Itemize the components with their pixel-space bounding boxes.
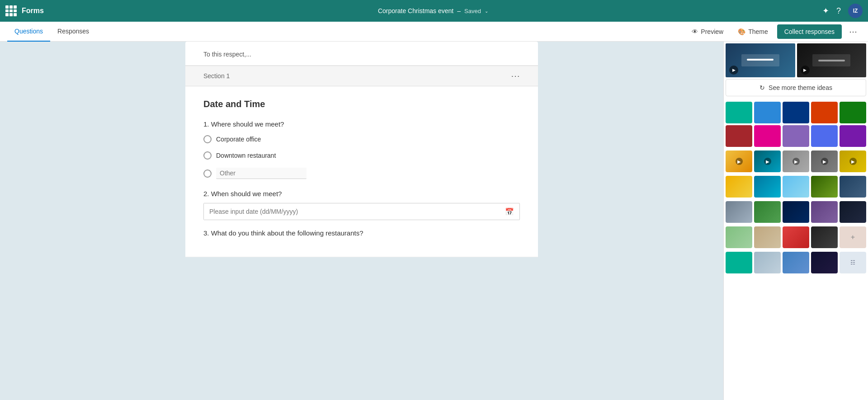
play-icon-t3: ▶ bbox=[793, 158, 800, 165]
radio-other[interactable] bbox=[203, 169, 212, 178]
tab-questions[interactable]: Questions bbox=[7, 22, 50, 42]
theme-tile-darknight[interactable] bbox=[811, 252, 838, 273]
sub-nav: Questions Responses 👁 Preview 🎨 Theme Co… bbox=[0, 22, 868, 42]
saved-status: Saved bbox=[464, 8, 481, 14]
play-icon-t5: ▶ bbox=[849, 158, 857, 165]
theme-icon: 🎨 bbox=[738, 28, 745, 35]
play-icon-t2: ▶ bbox=[764, 158, 771, 165]
theme-tile-abstract[interactable] bbox=[811, 226, 838, 248]
form-container: To this respect,... Section 1 ⋯ Date and… bbox=[185, 42, 538, 257]
theme-tile-teal2[interactable] bbox=[754, 176, 781, 198]
theme-tile-sky[interactable] bbox=[783, 176, 809, 198]
collect-responses-button[interactable]: Collect responses bbox=[777, 24, 842, 39]
more-options-button[interactable]: ⋯ bbox=[845, 25, 861, 38]
color-swatches-1 bbox=[724, 98, 868, 125]
color-purple[interactable] bbox=[783, 125, 809, 147]
color-indigo[interactable] bbox=[811, 125, 838, 147]
question-2: 2. When should we meet? 📅 bbox=[203, 190, 520, 220]
theme-tile-pencils[interactable] bbox=[783, 226, 809, 248]
color-darkblue[interactable] bbox=[783, 102, 809, 123]
date-input[interactable] bbox=[204, 203, 500, 220]
apps-icon[interactable] bbox=[5, 5, 16, 16]
theme-tile-building[interactable] bbox=[726, 201, 752, 223]
theme-tile-dark2[interactable] bbox=[840, 201, 866, 223]
form-area: To this respect,... Section 1 ⋯ Date and… bbox=[0, 42, 723, 400]
theme-tiles-2 bbox=[724, 174, 868, 199]
option-other bbox=[203, 166, 520, 181]
question-3: 3. What do you think about the following… bbox=[203, 229, 520, 237]
theme-tile-video-3[interactable]: ▶ bbox=[783, 151, 809, 172]
see-more-themes-button[interactable]: ↻ See more theme ideas bbox=[726, 79, 866, 96]
color-green[interactable] bbox=[840, 102, 866, 123]
question-1-text: 1. Where should we meet? bbox=[203, 120, 520, 128]
other-input[interactable] bbox=[216, 168, 307, 179]
notification-area: 🎨 Theme bbox=[732, 25, 774, 38]
theme-tile-green2[interactable] bbox=[726, 252, 752, 273]
color-teal[interactable] bbox=[726, 102, 752, 123]
doc-title-area: Corporate Christmas event – Saved ⌄ bbox=[51, 7, 815, 14]
theme-tiles-5: ☷ bbox=[724, 250, 868, 275]
option-downtown-restaurant-label: Downtown restaurant bbox=[216, 152, 276, 159]
color-violet[interactable] bbox=[840, 125, 866, 147]
theme-tile-dotted[interactable]: ☷ bbox=[840, 252, 866, 273]
main-area: To this respect,... Section 1 ⋯ Date and… bbox=[0, 42, 868, 400]
section-word: Section 1 bbox=[203, 72, 230, 80]
theme-tile-room[interactable] bbox=[754, 226, 781, 248]
theme-tiles-4: + Customized Theme bbox=[724, 225, 868, 250]
color-red[interactable] bbox=[726, 125, 752, 147]
theme-tile-greenfield[interactable] bbox=[754, 201, 781, 223]
theme-tile-nature[interactable] bbox=[726, 226, 752, 248]
preview-button[interactable]: 👁 Preview bbox=[686, 25, 729, 38]
theme-tile-video-1[interactable]: ▶ bbox=[726, 151, 752, 172]
header-text: To this respect,... bbox=[203, 51, 520, 58]
theme-tile-video-4[interactable]: ▶ bbox=[811, 151, 838, 172]
calendar-icon[interactable]: 📅 bbox=[500, 204, 519, 220]
color-blue[interactable] bbox=[754, 102, 781, 123]
section-more-button[interactable]: ⋯ bbox=[511, 71, 520, 80]
separator: – bbox=[457, 7, 461, 14]
preview-icon: 👁 bbox=[692, 28, 698, 35]
theme-thumb-2[interactable]: ▶ bbox=[797, 43, 867, 77]
color-swatches-2 bbox=[724, 125, 868, 149]
theme-tile-yellow[interactable] bbox=[726, 176, 752, 198]
avatar[interactable]: IZ bbox=[848, 4, 863, 18]
option-downtown-restaurant: Downtown restaurant bbox=[203, 150, 520, 161]
theme-panel: ▶ ▶ ↻ See more theme ideas bbox=[723, 42, 868, 400]
theme-tiles-3 bbox=[724, 199, 868, 225]
document-name: Corporate Christmas event bbox=[378, 7, 453, 14]
date-input-wrapper: 📅 bbox=[203, 203, 520, 220]
title-chevron-icon[interactable]: ⌄ bbox=[485, 9, 488, 14]
section-bar: Section 1 ⋯ bbox=[185, 66, 538, 86]
play-icon-t1: ▶ bbox=[736, 158, 743, 165]
help-icon[interactable]: ? bbox=[836, 6, 841, 16]
top-bar: Forms Corporate Christmas event – Saved … bbox=[0, 0, 868, 22]
app-title: Forms bbox=[22, 7, 44, 15]
theme-tile-custom[interactable]: + Customized Theme bbox=[840, 226, 866, 248]
see-more-label: See more theme ideas bbox=[769, 84, 832, 91]
form-header: To this respect,... bbox=[185, 42, 538, 66]
theme-tile-wave[interactable] bbox=[783, 252, 809, 273]
refresh-icon: ↻ bbox=[760, 84, 765, 91]
play-icon-2: ▶ bbox=[801, 66, 810, 75]
play-icon-1: ▶ bbox=[729, 66, 738, 75]
color-orange[interactable] bbox=[811, 102, 838, 123]
theme-thumb-1[interactable]: ▶ bbox=[726, 43, 795, 77]
theme-tiles-1: ▶ ▶ ▶ ▶ ▶ bbox=[724, 149, 868, 174]
top-bar-right: ✦ ? IZ bbox=[822, 4, 863, 18]
theme-tile-video-2[interactable]: ▶ bbox=[754, 151, 781, 172]
theme-tile-darkblue2[interactable] bbox=[783, 201, 809, 223]
question-2-text: 2. When should we meet? bbox=[203, 190, 520, 198]
theme-button[interactable]: 🎨 Theme bbox=[732, 25, 774, 38]
theme-tile-adventure[interactable] bbox=[811, 176, 838, 198]
color-pink[interactable] bbox=[754, 125, 781, 147]
diamond-icon[interactable]: ✦ bbox=[822, 6, 829, 16]
theme-tile-grey[interactable] bbox=[754, 252, 781, 273]
radio-corporate-office[interactable] bbox=[203, 135, 212, 143]
question-card: Date and Time 1. Where should we meet? C… bbox=[185, 86, 538, 257]
theme-tile-video-5[interactable]: ▶ bbox=[840, 151, 866, 172]
radio-downtown-restaurant[interactable] bbox=[203, 151, 212, 160]
theme-tile-purple2[interactable] bbox=[811, 201, 838, 223]
theme-tile-city[interactable] bbox=[840, 176, 866, 198]
tab-responses[interactable]: Responses bbox=[50, 22, 96, 42]
question-1: 1. Where should we meet? Corporate offic… bbox=[203, 120, 520, 181]
